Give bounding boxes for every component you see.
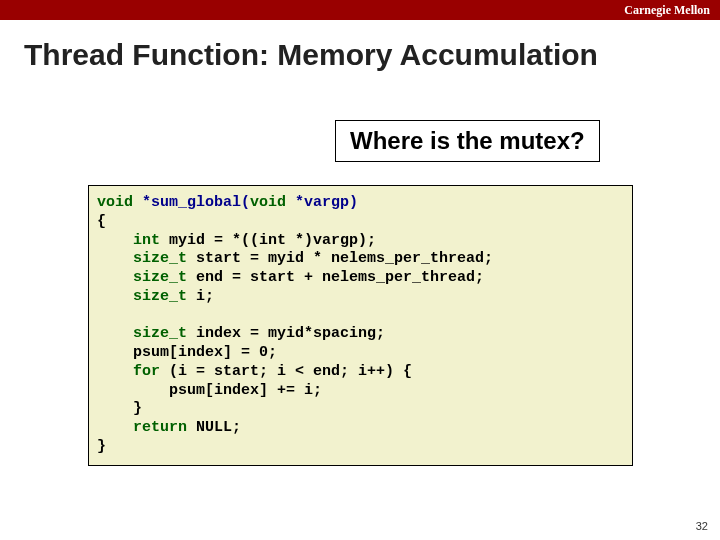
code-line: size_t index = myid*spacing; bbox=[97, 325, 624, 344]
code-line: psum[index] = 0; bbox=[97, 344, 624, 363]
code-line: int myid = *((int *)vargp); bbox=[97, 232, 624, 251]
code-line: size_t start = myid * nelems_per_thread; bbox=[97, 250, 624, 269]
code-box: void *sum_global(void *vargp) { int myid… bbox=[88, 185, 633, 466]
callout-box: Where is the mutex? bbox=[335, 120, 600, 162]
code-line: size_t i; bbox=[97, 288, 624, 307]
code-line: for (i = start; i < end; i++) { bbox=[97, 363, 624, 382]
code-line: size_t end = start + nelems_per_thread; bbox=[97, 269, 624, 288]
slide-title: Thread Function: Memory Accumulation bbox=[0, 20, 720, 72]
code-line: psum[index] += i; bbox=[97, 382, 624, 401]
top-bar: Carnegie Mellon bbox=[0, 0, 720, 20]
code-line: } bbox=[97, 400, 624, 419]
code-line: return NULL; bbox=[97, 419, 624, 438]
page-number: 32 bbox=[696, 520, 708, 532]
brand-label: Carnegie Mellon bbox=[624, 3, 710, 18]
code-line: void *sum_global(void *vargp) bbox=[97, 194, 624, 213]
code-line: { bbox=[97, 213, 624, 232]
code-line bbox=[97, 307, 624, 326]
code-line: } bbox=[97, 438, 624, 457]
